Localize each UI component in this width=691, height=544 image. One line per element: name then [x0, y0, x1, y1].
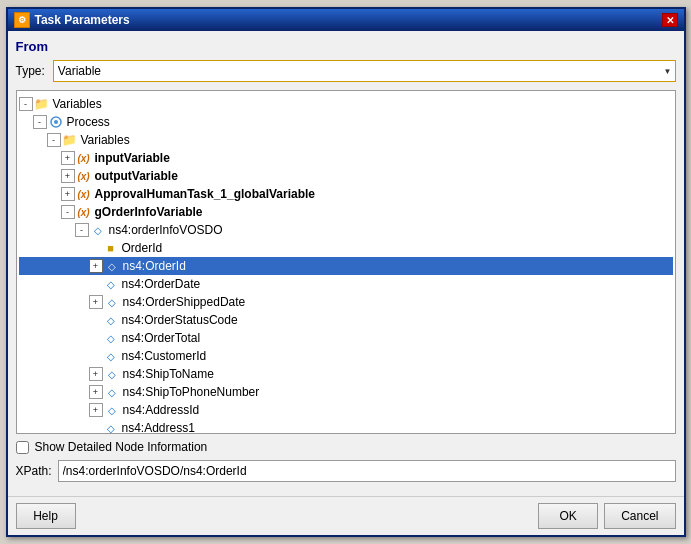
checkbox-row: Show Detailed Node Information	[16, 440, 676, 454]
from-section-label: From	[16, 39, 676, 54]
tree-item[interactable]: - 📁 Variables	[19, 131, 673, 149]
item-label: ns4:orderInfoVOSDO	[109, 223, 223, 237]
process-icon	[48, 114, 64, 130]
help-button[interactable]: Help	[16, 503, 76, 529]
expander-ns4OrderShippedDate[interactable]: +	[89, 295, 103, 309]
show-detailed-label[interactable]: Show Detailed Node Information	[35, 440, 208, 454]
title-bar-left: ⚙ Task Parameters	[14, 12, 130, 28]
tree-item[interactable]: - ◇ ns4:orderInfoVOSDO	[19, 221, 673, 239]
item-label: ApprovalHumanTask_1_globalVariable	[95, 187, 316, 201]
tree-item[interactable]: ◇ ns4:OrderTotal	[19, 329, 673, 347]
expander-ns4ShipToPhoneNumber[interactable]: +	[89, 385, 103, 399]
tree-item[interactable]: + ◇ ns4:ShipToPhoneNumber	[19, 383, 673, 401]
expander-ns4OrderId[interactable]: +	[89, 259, 103, 273]
tree-item[interactable]: + ◇ ns4:ShipToName	[19, 365, 673, 383]
type-select-wrapper[interactable]: VariableExpressionConstant	[53, 60, 676, 82]
type-label: Type:	[16, 64, 45, 78]
tree-item[interactable]: ◇ ns4:OrderStatusCode	[19, 311, 673, 329]
item-label: ns4:OrderDate	[122, 277, 201, 291]
expander-variables-child[interactable]: -	[47, 133, 61, 147]
task-parameters-window: ⚙ Task Parameters ✕ From Type: VariableE…	[6, 7, 686, 537]
item-label: ns4:OrderId	[123, 259, 186, 273]
var-icon: (x)	[76, 150, 92, 166]
item-label: ns4:ShipToPhoneNumber	[123, 385, 260, 399]
node-icon: ◇	[104, 258, 120, 274]
item-label: Variables	[81, 133, 130, 147]
expander-gOrderInfoVariable[interactable]: -	[61, 205, 75, 219]
xpath-input[interactable]	[58, 460, 676, 482]
tree-item[interactable]: ◇ ns4:Address1	[19, 419, 673, 434]
var-icon: (x)	[76, 204, 92, 220]
type-select[interactable]: VariableExpressionConstant	[53, 60, 676, 82]
node-icon: ◇	[103, 330, 119, 346]
tree-item[interactable]: + ◇ ns4:AddressId	[19, 401, 673, 419]
window-icon: ⚙	[14, 12, 30, 28]
expander-ns4orderInfoVOSDO[interactable]: -	[75, 223, 89, 237]
expander-outputVariable[interactable]: +	[61, 169, 75, 183]
item-label: ns4:OrderTotal	[122, 331, 201, 345]
item-label: gOrderInfoVariable	[95, 205, 203, 219]
node-icon: ◇	[90, 222, 106, 238]
tree-item[interactable]: - 📁 Variables	[19, 95, 673, 113]
type-row: Type: VariableExpressionConstant	[16, 60, 676, 82]
bottom-bar: Help OK Cancel	[8, 496, 684, 535]
expander-inputVariable[interactable]: +	[61, 151, 75, 165]
node-icon: ◇	[103, 276, 119, 292]
tree-item[interactable]: + (x) inputVariable	[19, 149, 673, 167]
title-bar: ⚙ Task Parameters ✕	[8, 9, 684, 31]
expander-ns4AddressId[interactable]: +	[89, 403, 103, 417]
tree-item-selected[interactable]: + ◇ ns4:OrderId	[19, 257, 673, 275]
main-content: From Type: VariableExpressionConstant - …	[8, 31, 684, 496]
expander-ns4ShipToName[interactable]: +	[89, 367, 103, 381]
expander-variables-root[interactable]: -	[19, 97, 33, 111]
item-label: Process	[67, 115, 110, 129]
show-detailed-checkbox[interactable]	[16, 441, 29, 454]
item-label: ns4:AddressId	[123, 403, 200, 417]
ok-button[interactable]: OK	[538, 503, 598, 529]
item-label: ns4:ShipToName	[123, 367, 214, 381]
close-button[interactable]: ✕	[662, 13, 678, 27]
folder-icon: 📁	[62, 132, 78, 148]
tree-panel[interactable]: - 📁 Variables - Process -	[16, 90, 676, 434]
var-icon: (x)	[76, 168, 92, 184]
tree-content: - 📁 Variables - Process -	[17, 91, 675, 434]
tree-item[interactable]: ◇ ns4:CustomerId	[19, 347, 673, 365]
folder-icon: 📁	[34, 96, 50, 112]
tree-item[interactable]: ■ OrderId	[19, 239, 673, 257]
node-icon: ◇	[103, 312, 119, 328]
node-icon: ◇	[103, 348, 119, 364]
node-icon: ◇	[104, 294, 120, 310]
item-label: ns4:OrderStatusCode	[122, 313, 238, 327]
svg-point-1	[54, 120, 58, 124]
item-label: ns4:Address1	[122, 421, 195, 434]
node-icon: ◇	[104, 402, 120, 418]
ok-cancel-group: OK Cancel	[538, 503, 675, 529]
item-label: ns4:OrderShippedDate	[123, 295, 246, 309]
item-label: inputVariable	[95, 151, 170, 165]
xpath-label: XPath:	[16, 464, 52, 478]
tree-item[interactable]: + (x) ApprovalHumanTask_1_globalVariable	[19, 185, 673, 203]
tree-item[interactable]: + ◇ ns4:OrderShippedDate	[19, 293, 673, 311]
node-icon: ◇	[104, 384, 120, 400]
item-label: ns4:CustomerId	[122, 349, 207, 363]
tree-item[interactable]: - Process	[19, 113, 673, 131]
expander-approvalHumanTask[interactable]: +	[61, 187, 75, 201]
item-label: outputVariable	[95, 169, 178, 183]
element-icon: ■	[103, 240, 119, 256]
node-icon: ◇	[103, 420, 119, 434]
var-icon: (x)	[76, 186, 92, 202]
tree-item[interactable]: ◇ ns4:OrderDate	[19, 275, 673, 293]
xpath-row: XPath:	[16, 460, 676, 482]
cancel-button[interactable]: Cancel	[604, 503, 675, 529]
node-icon: ◇	[104, 366, 120, 382]
window-title: Task Parameters	[35, 13, 130, 27]
expander-process[interactable]: -	[33, 115, 47, 129]
tree-item[interactable]: - (x) gOrderInfoVariable	[19, 203, 673, 221]
tree-item[interactable]: + (x) outputVariable	[19, 167, 673, 185]
item-label: Variables	[53, 97, 102, 111]
item-label: OrderId	[122, 241, 163, 255]
